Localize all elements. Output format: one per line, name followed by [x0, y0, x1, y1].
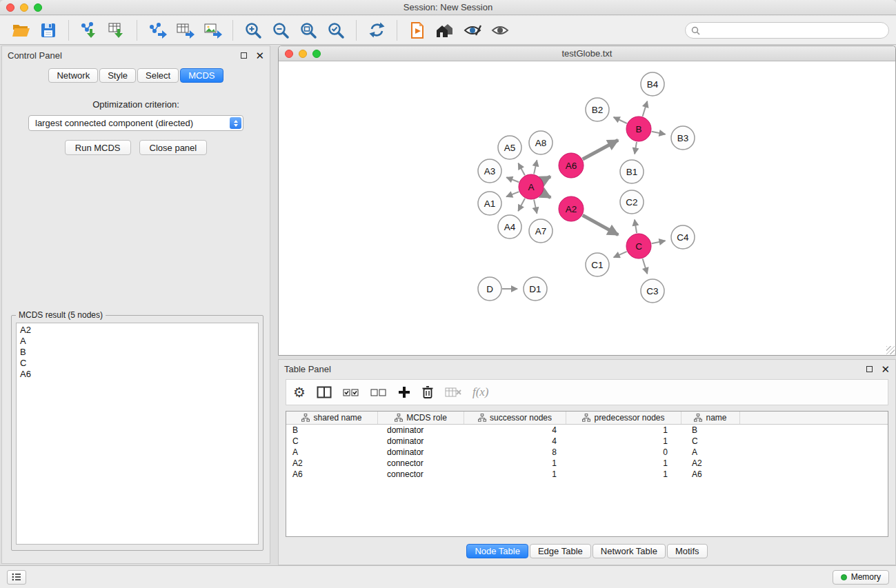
mcds-result-list[interactable]: A2ABCA6: [16, 323, 259, 545]
edge-B-B4[interactable]: [643, 101, 648, 116]
column-header-shared-name[interactable]: shared name: [286, 412, 378, 424]
node-A1[interactable]: A1: [478, 192, 501, 215]
node-D[interactable]: D: [478, 277, 501, 301]
delete-row-button[interactable]: [421, 382, 434, 403]
node-C3[interactable]: C3: [641, 279, 664, 303]
edge-A-A5[interactable]: [518, 163, 525, 176]
search-field[interactable]: [685, 22, 889, 39]
edge-A-A8[interactable]: [534, 160, 537, 174]
edge-C-C2[interactable]: [635, 220, 637, 234]
node-A5[interactable]: A5: [498, 136, 521, 159]
zoom-fit-button[interactable]: [295, 19, 322, 42]
edge-B-B3[interactable]: [652, 132, 666, 134]
graphics-details-button[interactable]: [459, 19, 486, 42]
edge-A2-C[interactable]: [583, 215, 619, 234]
edge-A-A3[interactable]: [506, 177, 519, 182]
tab-node-table[interactable]: Node Table: [466, 544, 528, 558]
edge-C-C4[interactable]: [652, 241, 666, 243]
result-item-b[interactable]: B: [17, 347, 258, 358]
window-resize-handle[interactable]: [886, 346, 895, 354]
node-A7[interactable]: A7: [529, 219, 552, 243]
edge-B-B2[interactable]: [614, 117, 627, 123]
node-B3[interactable]: B3: [671, 126, 695, 150]
minimize-window-button[interactable]: [20, 3, 28, 12]
column-header-predecessor-nodes[interactable]: predecessor nodes: [566, 412, 681, 424]
fullscreen-window-button[interactable]: [34, 3, 42, 12]
export-image-button[interactable]: [199, 19, 226, 42]
edge-C-C1[interactable]: [614, 252, 627, 258]
zoom-in-button[interactable]: [239, 19, 267, 42]
open-recent-session-button[interactable]: [404, 19, 431, 42]
show-column-button[interactable]: [317, 382, 332, 403]
run-mcds-button[interactable]: Run MCDS: [65, 140, 131, 155]
export-table-button[interactable]: [171, 19, 199, 42]
node-D1[interactable]: D1: [524, 277, 547, 301]
edge-A6-B[interactable]: [583, 140, 618, 159]
memory-button[interactable]: Memory: [833, 570, 889, 585]
edge-A-A6[interactable]: [543, 176, 550, 181]
edge-A-A2[interactable]: [543, 193, 551, 197]
export-network-button[interactable]: [143, 19, 171, 42]
tab-select[interactable]: Select: [137, 68, 179, 83]
node-C1[interactable]: C1: [586, 253, 609, 276]
table-float-panel-icon[interactable]: [866, 366, 873, 372]
tab-style[interactable]: Style: [99, 68, 136, 83]
network-canvas[interactable]: B4B2BB3A5A8A6B1A3AC2A1A2A4A7C4CC1C3DD1: [279, 61, 895, 355]
birds-eye-view-button[interactable]: [486, 19, 514, 42]
node-B4[interactable]: B4: [641, 72, 664, 96]
node-A[interactable]: A: [519, 174, 544, 199]
table-row-b[interactable]: Bdominator41B: [286, 425, 888, 436]
table-row-c[interactable]: Cdominator41C: [286, 436, 888, 447]
tab-motifs[interactable]: Motifs: [667, 544, 708, 558]
delete-table-button[interactable]: [445, 382, 461, 403]
float-panel-icon[interactable]: [241, 52, 247, 59]
result-item-a2[interactable]: A2: [17, 325, 258, 336]
add-row-button[interactable]: [398, 382, 410, 403]
network-close-button[interactable]: [285, 50, 293, 58]
table-close-panel-icon[interactable]: ✕: [881, 364, 890, 374]
tab-edge-table[interactable]: Edge Table: [530, 544, 591, 558]
zoom-out-button[interactable]: [267, 19, 295, 42]
table-row-a[interactable]: Adominator80A: [286, 447, 888, 458]
show-panels-button[interactable]: [7, 570, 26, 585]
tab-mcds[interactable]: MCDS: [180, 68, 223, 83]
import-table-button[interactable]: [103, 19, 130, 42]
column-header-mcds-role[interactable]: MCDS role: [378, 412, 464, 424]
close-window-button[interactable]: [6, 3, 14, 12]
table-settings-button[interactable]: ⚙: [293, 382, 306, 403]
table-row-a6[interactable]: A6connector11A6: [286, 469, 888, 480]
select-all-rows-button[interactable]: [343, 382, 359, 403]
edge-C-C3[interactable]: [643, 258, 648, 274]
function-builder-button[interactable]: f(x): [472, 382, 489, 403]
home-view-button[interactable]: [431, 19, 459, 42]
close-panel-button[interactable]: Close panel: [139, 140, 208, 155]
zoom-selected-button[interactable]: [322, 19, 350, 42]
node-A2[interactable]: A2: [559, 196, 584, 221]
edge-A-A1[interactable]: [506, 192, 519, 196]
node-B2[interactable]: B2: [586, 98, 609, 121]
result-item-c[interactable]: C: [17, 358, 258, 369]
node-C[interactable]: C: [626, 234, 651, 258]
tab-network-table[interactable]: Network Table: [593, 544, 666, 558]
refresh-button[interactable]: [363, 19, 390, 42]
deselect-all-rows-button[interactable]: [370, 382, 387, 403]
import-network-button[interactable]: [75, 19, 103, 42]
save-session-button[interactable]: [34, 19, 62, 42]
table-row-a2[interactable]: A2connector11A2: [286, 458, 888, 469]
node-A4[interactable]: A4: [498, 215, 521, 239]
result-item-a[interactable]: A: [17, 336, 258, 347]
edge-A-A4[interactable]: [518, 199, 525, 211]
node-B1[interactable]: B1: [620, 160, 644, 183]
node-B[interactable]: B: [626, 116, 651, 141]
node-A8[interactable]: A8: [529, 131, 552, 154]
search-input[interactable]: [704, 26, 883, 36]
network-minimize-button[interactable]: [299, 50, 307, 58]
column-header-name[interactable]: name: [681, 412, 740, 424]
network-maximize-button[interactable]: [312, 50, 321, 58]
tab-network[interactable]: Network: [48, 68, 98, 83]
edge-B-B1[interactable]: [635, 142, 637, 154]
node-A6[interactable]: A6: [559, 153, 584, 178]
node-C4[interactable]: C4: [671, 225, 695, 249]
close-panel-icon[interactable]: ✕: [255, 50, 264, 61]
column-header-successor-nodes[interactable]: successor nodes: [464, 412, 566, 424]
